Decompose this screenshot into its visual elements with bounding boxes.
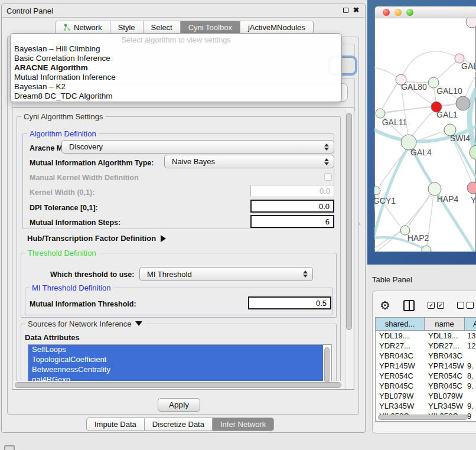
network-node[interactable] [456, 96, 470, 110]
threshold-definition-title: Threshold Definition [25, 249, 99, 257]
table-cell: 13 [465, 331, 476, 341]
mi-threshold-group-title: MI Threshold Definition [30, 283, 113, 292]
mi-algorithm-type-combo[interactable]: Naive Bayes [164, 155, 334, 168]
settings-hscroll-thumb[interactable] [15, 382, 341, 388]
table-cell: YBR045C [376, 381, 425, 391]
close-traffic-light[interactable] [383, 9, 390, 16]
node-label: GAL80 [401, 82, 427, 92]
attribute-item[interactable]: SelfLoops [28, 345, 323, 355]
expanded-arrow-icon [135, 321, 142, 326]
apply-button[interactable]: Apply [158, 398, 200, 412]
table-cell: YBR043C [425, 351, 465, 361]
column-header-shared-name[interactable]: shared... [376, 318, 425, 330]
sources-group-title[interactable]: Sources for Network Inference [25, 319, 145, 328]
table-cell: YER054C [425, 371, 465, 381]
tab-jactivemnodules[interactable]: jActiveMNodules [240, 21, 314, 34]
table-cell: 9. [465, 361, 476, 371]
table-cell: YBL079W [376, 391, 425, 401]
tab-select[interactable]: Select [144, 21, 181, 34]
mi-threshold-field[interactable]: 0.5 [248, 296, 331, 309]
tab-discretize-data[interactable]: Discretize Data [145, 418, 213, 431]
settings-vscroll-thumb[interactable] [346, 113, 352, 330]
column-layout-icon[interactable] [403, 300, 415, 311]
table-row[interactable]: YER054CYER054C8. [376, 371, 476, 381]
network-node[interactable] [422, 246, 431, 252]
network-canvas[interactable]: GAL2GAL80GAL10GAL1GAL11SWI4GAL4GCY1HAP4Y… [374, 18, 476, 252]
network-node-gal11[interactable] [376, 109, 385, 118]
kernel-width-label: Kernel Width (0,1): [30, 188, 94, 197]
table-cell: 8. [465, 371, 476, 381]
node-label: GAL10 [436, 86, 462, 96]
select-all-checkboxes-icon[interactable]: ✓✓ [428, 302, 444, 309]
which-threshold-combo[interactable]: MI Threshold [139, 267, 313, 281]
algorithm-list: Bayesian – Hill ClimbingBasic Correlatio… [11, 44, 341, 101]
splitter-handle-icon[interactable]: ‹ [358, 220, 361, 227]
tab-style[interactable]: Style [110, 21, 144, 34]
dpi-tolerance-field[interactable]: 0.0 [250, 200, 334, 213]
table-row[interactable]: YPR145WYPR145W9. [376, 361, 476, 371]
tab-network-label: Network [74, 23, 102, 32]
table-row[interactable]: YDR27...YDR27...12 [376, 341, 476, 351]
algorithm-item[interactable]: Bayesian – Hill Climbing [11, 44, 341, 54]
column-header-partial[interactable]: A [465, 318, 476, 330]
table-cell [465, 351, 476, 361]
stepper-arrows-icon [324, 158, 329, 165]
node-label: Y [471, 195, 476, 205]
table-hscroll-thumb[interactable] [378, 415, 468, 420]
node-label: GAL1 [436, 110, 458, 119]
table-row[interactable]: YBR045CYBR045C9. [376, 381, 476, 391]
attributes-list-scrollbar[interactable] [324, 347, 330, 383]
manual-kernel-width-checkbox[interactable] [324, 173, 332, 181]
algorithm-item[interactable]: Mutual Information Inference [11, 73, 341, 82]
dropdown-placeholder: Select algorithm to view settings [11, 34, 341, 44]
node-label: HAP4 [437, 194, 459, 204]
node-label: GAL11 [382, 118, 407, 127]
tab-network[interactable]: Network [55, 21, 110, 34]
column-header-name[interactable]: name [425, 318, 465, 330]
deselect-all-checkboxes-icon[interactable] [457, 302, 474, 309]
algorithm-item[interactable]: ARACNE Algorithm [11, 63, 341, 73]
table-toolbar: ⚙ ✓✓ [380, 298, 476, 312]
table-cell: YDL19... [376, 331, 425, 341]
tab-impute-data[interactable]: Impute Data [86, 418, 145, 431]
table-rows: YDL19...YDL19...13YDR27...YDR27...12YBR0… [376, 331, 476, 421]
node-label: GAL4 [410, 148, 432, 157]
table-cell: YBR043C [376, 351, 425, 361]
node-label: GCY1 [374, 196, 396, 206]
tab-cyni-toolbox[interactable]: Cyni Toolbox [181, 21, 240, 34]
network-node-gcy1[interactable] [374, 187, 380, 195]
algorithm-item[interactable]: Bayesian – K2 [11, 82, 341, 92]
aracne-mode-combo[interactable]: Discovery [61, 140, 334, 154]
algorithm-item[interactable]: Dream8 DC_TDC Algorithm [11, 92, 341, 101]
kernel-width-field[interactable]: 0.0 [250, 185, 334, 197]
table-cell: YDL19... [425, 331, 465, 341]
table-row[interactable]: YLR345WYLR345W9. [376, 401, 476, 411]
table-cell: YDR27... [376, 341, 425, 351]
screen: Control Panel ✖ Network Style Select Cyn… [0, 0, 476, 450]
network-node-hap4[interactable] [428, 182, 441, 195]
stepper-arrows-icon [303, 270, 308, 278]
attribute-item[interactable]: BetweennessCentrality [28, 365, 323, 375]
zoom-traffic-light[interactable] [406, 9, 413, 16]
hub-tf-definition-toggle[interactable]: Hub/Transcription Factor Definition [27, 234, 166, 243]
table-cell: 9. [465, 401, 476, 411]
minimized-panel-icon[interactable] [4, 445, 15, 450]
table-row[interactable]: YBR043CYBR043C [376, 351, 476, 361]
network-node[interactable] [470, 145, 476, 159]
table-header: shared... name A [376, 318, 476, 331]
network-node-y[interactable] [467, 182, 476, 194]
gear-icon[interactable]: ⚙ [380, 299, 390, 311]
attribute-item[interactable]: TopologicalCoefficient [28, 355, 323, 365]
stepper-arrows-icon [324, 144, 329, 151]
float-window-icon[interactable] [343, 8, 348, 13]
tab-infer-network[interactable]: Infer Network [213, 418, 274, 431]
algorithm-definition-title: Algorithm Definition [27, 129, 99, 138]
network-window-titlebar [375, 6, 476, 18]
algorithm-item[interactable]: Basic Correlation Inference [11, 54, 341, 63]
minimize-traffic-light[interactable] [395, 9, 402, 16]
table-row[interactable]: YBL079WYBL079W [376, 391, 476, 401]
network-node[interactable] [466, 18, 476, 28]
close-icon[interactable]: ✖ [353, 6, 359, 14]
mi-steps-field[interactable]: 6 [250, 215, 334, 228]
table-row[interactable]: YDL19...YDL19...13 [376, 331, 476, 341]
